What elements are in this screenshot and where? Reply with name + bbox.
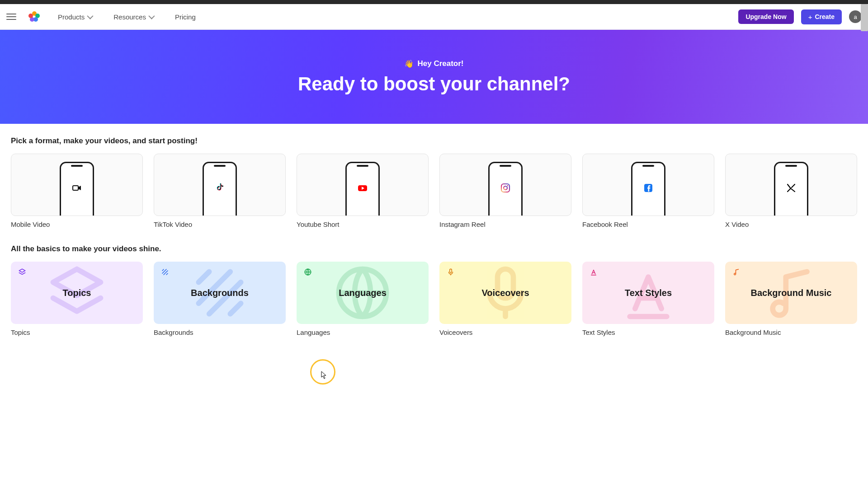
format-thumbnail: [154, 154, 286, 216]
feature-title: Languages: [339, 288, 387, 298]
feature-label: Backgrounds: [154, 328, 286, 336]
feature-tile: Backgrounds: [154, 262, 286, 324]
primary-nav: Products Resources Pricing: [58, 13, 196, 21]
user-avatar[interactable]: a: [849, 10, 862, 23]
feature-label: Topics: [11, 328, 143, 336]
tiktok-icon: [214, 183, 225, 197]
phone-frame: [345, 162, 380, 216]
feature-title: Topics: [63, 288, 91, 298]
format-card-tiktok[interactable]: TikTok Video: [154, 154, 286, 228]
format-thumbnail: [297, 154, 429, 216]
scrollbar-thumb[interactable]: [861, 4, 868, 31]
text-icon: [590, 268, 598, 278]
hero-title: Ready to boost your channel?: [298, 73, 570, 95]
x-twitter-icon: [786, 183, 797, 197]
feature-tile: Text Styles: [582, 262, 714, 324]
feature-label: Text Styles: [582, 328, 714, 336]
music-icon: [732, 268, 741, 278]
nav-resources-label: Resources: [113, 13, 146, 21]
feature-card-globe[interactable]: LanguagesLanguages: [297, 262, 429, 336]
youtube-icon: [357, 183, 368, 197]
plus-icon: +: [808, 13, 812, 21]
app-logo[interactable]: [29, 11, 40, 22]
nav-pricing[interactable]: Pricing: [175, 13, 196, 21]
formats-grid: Mobile VideoTikTok VideoYoutube ShortIns…: [11, 154, 857, 228]
phone-frame: [203, 162, 237, 216]
feature-card-music[interactable]: Background MusicBackground Music: [725, 262, 857, 336]
svg-point-4: [507, 185, 509, 187]
feature-title: Text Styles: [625, 288, 672, 298]
nav-pricing-label: Pricing: [175, 13, 196, 21]
globe-icon: [304, 268, 312, 278]
svg-rect-0: [73, 186, 78, 190]
chevron-down-icon: [148, 13, 155, 19]
features-heading: All the basics to make your videos shine…: [11, 244, 857, 253]
nav-products-label: Products: [58, 13, 85, 21]
feature-tile: Voiceovers: [439, 262, 571, 324]
upgrade-button[interactable]: Upgrade Now: [738, 9, 793, 24]
feature-label: Languages: [297, 328, 429, 336]
format-thumbnail: [725, 154, 857, 216]
phone-frame: [774, 162, 808, 216]
feature-title: Voiceovers: [481, 288, 529, 298]
svg-rect-9: [450, 269, 452, 272]
svg-point-3: [504, 186, 507, 190]
format-label: TikTok Video: [154, 221, 286, 228]
phone-frame: [60, 162, 94, 216]
format-card-video-camera[interactable]: Mobile Video: [11, 154, 143, 228]
hero-banner: 👋 Hey Creator! Ready to boost your chann…: [0, 30, 868, 124]
format-label: Mobile Video: [11, 221, 143, 228]
features-grid: TopicsTopicsBackgroundsBackgroundsLangua…: [11, 262, 857, 336]
format-card-instagram[interactable]: Instagram Reel: [439, 154, 571, 228]
format-thumbnail: [11, 154, 143, 216]
feature-tile: Languages: [297, 262, 429, 324]
formats-heading: Pick a format, make your videos, and sta…: [11, 136, 857, 145]
nav-products[interactable]: Products: [58, 13, 92, 21]
feature-card-texture[interactable]: BackgroundsBackgrounds: [154, 262, 286, 336]
feature-tile: Background Music: [725, 262, 857, 324]
format-thumbnail: [439, 154, 571, 216]
format-label: Instagram Reel: [439, 221, 571, 228]
chevron-down-icon: [87, 13, 94, 19]
feature-title: Backgrounds: [191, 288, 249, 298]
top-navigation: Products Resources Pricing Upgrade Now +…: [0, 4, 868, 30]
phone-frame: [488, 162, 523, 216]
texture-icon: [161, 268, 169, 278]
browser-chrome-bar: [0, 0, 868, 4]
video-camera-icon: [71, 183, 82, 197]
feature-title: Background Music: [751, 288, 832, 298]
hero-greeting: 👋 Hey Creator!: [404, 59, 463, 69]
nav-resources[interactable]: Resources: [113, 13, 153, 21]
layers-icon: [18, 268, 26, 278]
feature-card-layers[interactable]: TopicsTopics: [11, 262, 143, 336]
create-button[interactable]: +Create: [801, 9, 842, 24]
create-button-label: Create: [815, 13, 835, 20]
main-content: Pick a format, make your videos, and sta…: [0, 124, 868, 349]
format-label: Youtube Short: [297, 221, 429, 228]
format-label: Facebook Reel: [582, 221, 714, 228]
format-thumbnail: [582, 154, 714, 216]
format-card-facebook[interactable]: Facebook Reel: [582, 154, 714, 228]
format-card-youtube[interactable]: Youtube Short: [297, 154, 429, 228]
feature-label: Voiceovers: [439, 328, 571, 336]
phone-frame: [631, 162, 665, 216]
feature-card-text[interactable]: Text StylesText Styles: [582, 262, 714, 336]
facebook-icon: [643, 183, 654, 197]
feature-label: Background Music: [725, 328, 857, 336]
format-label: X Video: [725, 221, 857, 228]
mic-icon: [447, 268, 455, 278]
svg-rect-2: [501, 184, 509, 192]
feature-card-mic[interactable]: VoiceoversVoiceovers: [439, 262, 571, 336]
format-card-x-twitter[interactable]: X Video: [725, 154, 857, 228]
hero-greeting-text: Hey Creator!: [417, 59, 463, 68]
menu-toggle-icon[interactable]: [6, 12, 16, 22]
instagram-icon: [500, 183, 511, 197]
wave-icon: 👋: [404, 59, 414, 69]
feature-tile: Topics: [11, 262, 143, 324]
